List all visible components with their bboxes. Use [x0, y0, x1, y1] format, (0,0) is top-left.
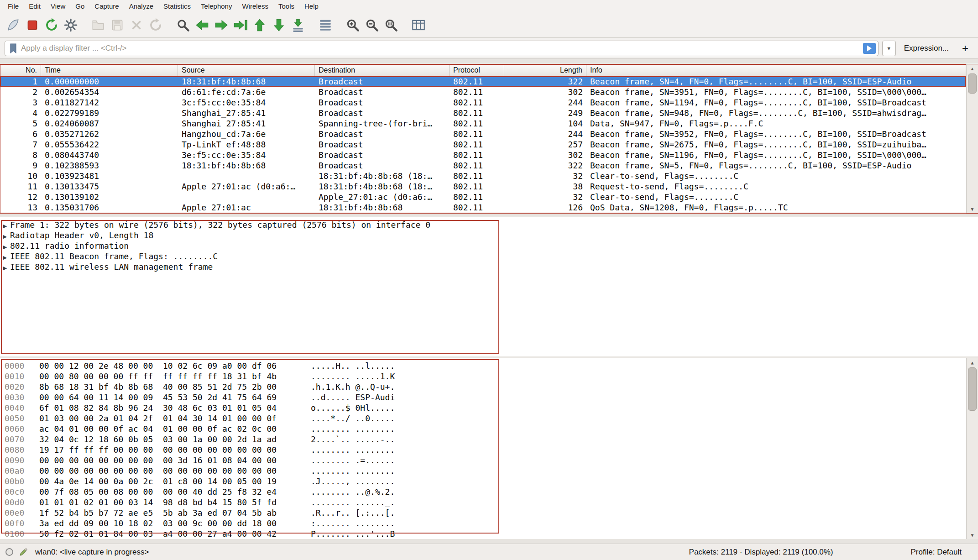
hex-ascii[interactable]: o......$ 0Hl.....: [311, 403, 395, 413]
capture-comment-icon[interactable]: [19, 548, 28, 557]
hex-bytes[interactable]: 8b 68 18 31 bf 4b 8b 68 40 00 85 51 2d 7…: [39, 382, 288, 392]
column-header-no[interactable]: No.: [0, 64, 41, 76]
column-header-source[interactable]: Source: [178, 64, 315, 76]
hex-bytes[interactable]: 00 00 64 00 11 14 00 09 45 53 50 2d 41 7…: [39, 392, 288, 403]
hex-bytes[interactable]: 00 00 12 00 2e 48 00 00 10 02 6c 09 a0 0…: [39, 361, 288, 371]
hex-bytes[interactable]: 19 17 ff ff ff 00 00 00 00 00 00 00 00 0…: [39, 445, 288, 455]
hex-ascii[interactable]: ........ .=......: [311, 455, 395, 466]
close-file-button[interactable]: [127, 15, 146, 35]
scroll-thumb[interactable]: [968, 73, 977, 94]
hex-ascii[interactable]: ........ ........: [311, 445, 395, 455]
hex-bytes[interactable]: ac 04 01 00 00 0f ac 04 01 00 00 0f ac 0…: [39, 424, 288, 434]
menu-item-wireless[interactable]: Wireless: [237, 0, 273, 12]
save-file-button[interactable]: [108, 15, 127, 35]
go-first-packet-button[interactable]: [250, 15, 269, 35]
menu-item-statistics[interactable]: Statistics: [158, 0, 196, 12]
detail-item[interactable]: ▶IEEE 802.11 Beacon frame, Flags: ......…: [0, 251, 978, 262]
apply-filter-button[interactable]: [863, 43, 876, 54]
column-header-length[interactable]: Length: [504, 64, 586, 76]
hex-ascii[interactable]: P....... ...'...B: [311, 529, 395, 539]
expand-arrow-icon[interactable]: ▶: [0, 231, 10, 241]
bookmark-icon[interactable]: [9, 43, 17, 54]
packet-row[interactable]: 80.0804437403e:f5:cc:0e:35:84Broadcast80…: [0, 150, 966, 160]
menu-item-help[interactable]: Help: [299, 0, 324, 12]
hex-bytes[interactable]: 00 00 80 00 00 00 ff ff ff ff ff ff 18 3…: [39, 371, 288, 382]
hex-ascii[interactable]: ..d..... ESP-Audi: [311, 392, 395, 403]
go-forward-button[interactable]: [212, 15, 231, 35]
hex-bytes[interactable]: 00 4a 0e 14 00 0a 00 2c 01 c8 00 14 00 0…: [39, 476, 288, 487]
packet-row[interactable]: 90.10238859318:31:bf:4b:8b:68Broadcast80…: [0, 160, 966, 171]
zoom-reset-button[interactable]: [382, 15, 401, 35]
scroll-track[interactable]: [967, 366, 978, 531]
hex-bytes[interactable]: 00 7f 08 05 00 08 00 00 00 00 40 dd 25 f…: [39, 487, 288, 497]
scroll-track[interactable]: [967, 73, 978, 205]
colorize-button[interactable]: [316, 15, 335, 35]
scroll-down-arrow-icon[interactable]: ▼: [967, 531, 978, 539]
menu-item-analyze[interactable]: Analyze: [124, 0, 158, 12]
column-header-destination[interactable]: Destination: [315, 64, 450, 76]
go-back-button[interactable]: [193, 15, 212, 35]
detail-item[interactable]: ▶Radiotap Header v0, Length 18: [0, 230, 978, 241]
packet-row[interactable]: 120.130139102Apple_27:01:ac (d0:a6:…802.…: [0, 192, 966, 202]
hex-ascii[interactable]: ........ .....1.K: [311, 371, 395, 382]
display-filter-field[interactable]: [5, 41, 879, 56]
go-last-packet-button[interactable]: [269, 15, 288, 35]
open-file-button[interactable]: [89, 15, 108, 35]
hex-ascii[interactable]: ........ ..@.%.2.: [311, 487, 395, 497]
column-header-time[interactable]: Time: [41, 64, 178, 76]
hex-ascii[interactable]: ....*../ ..0.....: [311, 413, 395, 424]
hex-ascii[interactable]: .R...r.. [.:...[.: [311, 508, 395, 518]
expand-arrow-icon[interactable]: ▶: [0, 242, 10, 251]
hex-ascii[interactable]: .J....., ........: [311, 476, 395, 487]
hex-ascii[interactable]: .h.1.K.h @..Q-u+.: [311, 382, 395, 392]
stop-capture-button[interactable]: [23, 15, 42, 35]
resize-columns-button[interactable]: [409, 15, 428, 35]
scroll-up-arrow-icon[interactable]: ▲: [967, 358, 978, 366]
hex-bytes[interactable]: 32 04 0c 12 18 60 0b 05 03 00 1a 00 00 2…: [39, 434, 288, 445]
profile-button[interactable]: Profile: Default: [911, 548, 962, 557]
filter-history-dropdown[interactable]: ▼: [882, 41, 896, 56]
menu-item-telephony[interactable]: Telephony: [196, 0, 237, 12]
packet-row[interactable]: 130.135031706Apple_27:01:ac18:31:bf:4b:8…: [0, 202, 966, 213]
capture-options-button[interactable]: [61, 15, 80, 35]
add-filter-button[interactable]: +: [957, 42, 973, 55]
menu-item-edit[interactable]: Edit: [24, 0, 46, 12]
packet-row[interactable]: 50.024060087Shanghai_27:85:41Spanning-tr…: [0, 118, 966, 129]
packet-row[interactable]: 100.10392348118:31:bf:4b:8b:68 (18:…802.…: [0, 171, 966, 181]
hex-ascii[interactable]: ........ ......_.: [311, 497, 395, 508]
zoom-in-button[interactable]: [343, 15, 362, 35]
start-capture-button[interactable]: [4, 15, 23, 35]
hex-ascii[interactable]: :....... ........: [311, 518, 395, 529]
reload-file-button[interactable]: [146, 15, 165, 35]
hex-ascii[interactable]: 2....`.. .....-..: [311, 434, 395, 445]
packet-row[interactable]: 40.022799189Shanghai_27:85:41Broadcast80…: [0, 108, 966, 118]
packet-row[interactable]: 30.0118271423c:f5:cc:0e:35:84Broadcast80…: [0, 97, 966, 108]
expert-info-icon[interactable]: [5, 548, 13, 556]
zoom-out-button[interactable]: [362, 15, 382, 35]
go-to-packet-button[interactable]: [231, 15, 250, 35]
hex-ascii[interactable]: ........ ........: [311, 424, 395, 434]
hex-bytes[interactable]: 00 00 00 00 00 00 00 00 00 3d 16 01 08 0…: [39, 455, 288, 466]
expand-arrow-icon[interactable]: ▶: [0, 221, 10, 230]
scroll-up-arrow-icon[interactable]: ▲: [967, 64, 978, 73]
hex-bytes[interactable]: 01 01 01 02 01 00 03 14 98 d8 bd b4 15 8…: [39, 497, 288, 508]
packet-row[interactable]: 70.055536422Tp-LinkT_ef:48:88Broadcast80…: [0, 139, 966, 150]
packet-list-scrollbar[interactable]: ▲ ▼: [966, 64, 978, 213]
menu-item-tools[interactable]: Tools: [273, 0, 299, 12]
column-header-protocol[interactable]: Protocol: [450, 64, 504, 76]
scroll-thumb[interactable]: [968, 367, 977, 411]
menu-item-go[interactable]: Go: [70, 0, 89, 12]
detail-item[interactable]: ▶Frame 1: 322 bytes on wire (2576 bits),…: [0, 220, 978, 230]
packet-row[interactable]: 60.035271262Hangzhou_cd:7a:6eBroadcast80…: [0, 129, 966, 139]
menu-item-capture[interactable]: Capture: [89, 0, 124, 12]
hex-bytes[interactable]: 50 f2 02 01 01 84 00 03 a4 00 00 27 a4 0…: [39, 529, 288, 539]
bytes-scrollbar[interactable]: ▲ ▼: [966, 358, 978, 539]
column-header-info[interactable]: Info: [586, 64, 966, 76]
hex-ascii[interactable]: ........ ........: [311, 466, 395, 476]
detail-item[interactable]: ▶IEEE 802.11 wireless LAN management fra…: [0, 262, 978, 272]
auto-scroll-button[interactable]: [288, 15, 308, 35]
hex-bytes[interactable]: 6f 01 08 82 84 8b 96 24 30 48 6c 03 01 0…: [39, 403, 288, 413]
hex-bytes[interactable]: 3a ed dd 09 00 10 18 02 03 00 9c 00 00 d…: [39, 518, 288, 529]
display-filter-input[interactable]: [21, 44, 859, 53]
detail-item[interactable]: ▶802.11 radio information: [0, 241, 978, 251]
